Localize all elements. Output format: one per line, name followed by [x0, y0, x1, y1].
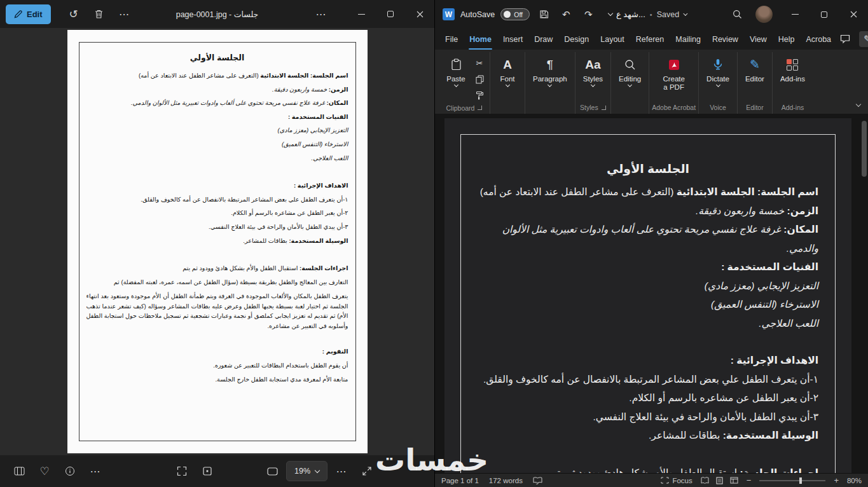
ribbon-group-font: A Font — [490, 52, 525, 114]
pen-mode-button[interactable]: ✎ — [859, 31, 868, 47]
doc-name-chevron-icon — [683, 11, 687, 15]
print-layout-icon[interactable] — [716, 477, 723, 484]
doc-line: متابعة الأم لمعرفة مدي استجابة الطفل خار… — [86, 373, 348, 387]
ribbon-tab-design[interactable]: Design — [558, 29, 595, 50]
paragraph-button[interactable]: ¶ Paragraph — [528, 52, 572, 89]
toolbar-more-icon[interactable]: ⋯ — [84, 460, 107, 483]
document-name: شهد ع... — [616, 10, 645, 19]
doc-line: الفنيات المستخدمة : — [86, 110, 348, 124]
secondary-more-icon[interactable]: ⋯ — [310, 3, 333, 25]
zoom-slider[interactable] — [759, 480, 825, 481]
font-dropdown-icon — [505, 83, 509, 87]
ribbon-tab-acroba[interactable]: Acroba — [800, 29, 837, 50]
scrollbar-thumb[interactable] — [862, 121, 867, 177]
doc-line: الاهداف الإجرائية : — [86, 179, 348, 193]
scan-document-body: اسم الجلسة: الجلسة الابتدائية (التعرف عل… — [86, 69, 348, 386]
font-icon: A — [503, 57, 512, 72]
ribbon: Paste ✂ Clipboard — [435, 50, 868, 114]
editor-button[interactable]: ✎ Editor — [740, 52, 769, 85]
ribbon-tab-insert[interactable]: Insert — [497, 29, 528, 50]
vertical-scrollbar[interactable] — [861, 117, 867, 473]
save-icon[interactable] — [535, 6, 552, 23]
edit-button[interactable]: Edit — [6, 4, 51, 24]
doc-line: التقويم : — [86, 345, 348, 359]
bottombar-more-icon[interactable]: ⋯ — [330, 460, 353, 483]
ribbon-tab-review[interactable]: Review — [706, 29, 744, 50]
favorite-heart-icon[interactable]: ♡ — [33, 460, 56, 483]
paragraph-dropdown-icon — [548, 83, 552, 87]
document-name-cluster[interactable]: شهد ع... • Saved — [616, 10, 687, 19]
ribbon-tab-file[interactable]: File — [439, 29, 464, 50]
screen-snip-icon[interactable] — [261, 460, 284, 483]
filmstrip-icon[interactable] — [8, 460, 31, 483]
view-mode-buttons — [701, 477, 738, 484]
collapse-ribbon-chevron-icon[interactable] — [857, 97, 860, 109]
ribbon-tab-layout[interactable]: Layout — [595, 29, 630, 50]
account-avatar[interactable] — [755, 6, 773, 23]
read-mode-icon[interactable] — [701, 477, 709, 484]
ribbon-tabs: FileHomeInsertDrawDesignLayoutReferenMai… — [439, 29, 837, 50]
ribbon-tab-referen[interactable]: Referen — [630, 29, 670, 50]
more-options-icon[interactable]: ⋯ — [113, 3, 136, 25]
close-button[interactable] — [405, 0, 434, 28]
proofing-status-icon[interactable] — [533, 477, 542, 484]
web-layout-icon[interactable] — [730, 477, 738, 484]
zoom-in-plus[interactable]: + — [834, 476, 839, 484]
minimize-button[interactable] — [347, 0, 376, 28]
word-app-window: W AutoSave Off ↶ ↷ شهد ع... • Saved — [434, 0, 868, 487]
doc-line: يتعرف الطفل بالمكان والألعاب الموجودة في… — [86, 289, 348, 331]
clipboard-dialog-launcher-icon[interactable] — [478, 106, 482, 110]
clipboard-small-buttons: ✂ — [472, 52, 487, 102]
create-pdf-label: Create a PDF — [663, 75, 685, 92]
create-pdf-button[interactable]: Create a PDF — [658, 52, 690, 94]
comments-icon[interactable] — [837, 31, 853, 48]
styles-dialog-launcher-icon[interactable] — [602, 106, 606, 110]
zoom-level-dropdown[interactable]: 19% — [286, 461, 327, 481]
document-page[interactable]: الجلسة الأولي اسم الجلسة: الجلسة الابتدا… — [444, 118, 851, 473]
styles-button[interactable]: Aa Styles — [578, 52, 608, 89]
word-minimize-button[interactable] — [780, 0, 809, 29]
ribbon-tab-draw[interactable]: Draw — [528, 29, 558, 50]
ribbon-tab-view[interactable]: View — [744, 29, 773, 50]
photo-canvas[interactable]: الجلسة الأولي اسم الجلسة: الجلسة الابتدا… — [0, 28, 434, 455]
word-close-button[interactable] — [839, 0, 868, 29]
copy-icon[interactable] — [472, 72, 487, 86]
info-icon[interactable] — [59, 460, 81, 483]
ribbon-group-addins: Add-ins Add-ins — [773, 52, 813, 114]
cut-icon[interactable]: ✂ — [472, 57, 487, 70]
editing-button[interactable]: Editing — [614, 52, 646, 89]
fit-to-window-icon[interactable] — [170, 460, 193, 483]
document-canvas: الجلسة الأولي اسم الجلسة: الجلسة الابتدا… — [435, 114, 868, 473]
zoom-out-minus[interactable]: − — [747, 476, 752, 484]
ribbon-group-adobe-acrobat: Create a PDF Adobe Acrobat — [649, 52, 699, 114]
actual-size-icon[interactable] — [196, 460, 219, 483]
paste-button[interactable]: Paste — [441, 52, 471, 89]
maximize-button[interactable] — [376, 0, 405, 28]
autosave-toggle[interactable]: Off — [500, 8, 530, 20]
fullscreen-icon[interactable] — [355, 460, 378, 483]
delete-icon[interactable] — [88, 3, 111, 25]
ribbon-tab-mailing[interactable]: Mailing — [670, 29, 706, 50]
page-number-status[interactable]: Page 1 of 1 — [441, 477, 479, 484]
addins-button[interactable]: Add-ins — [775, 52, 810, 85]
ribbon-tab-home[interactable]: Home — [464, 29, 497, 50]
search-icon[interactable] — [729, 6, 745, 23]
doc-line: التعزيز الإيجابي (معزز مادي) — [86, 123, 348, 137]
dictate-button[interactable]: Dictate — [701, 52, 734, 89]
clipboard-group-label: Clipboard — [446, 102, 483, 114]
doc-line: اجراءات الجلسة: استقبال الطفل والأم بشكل… — [86, 261, 348, 275]
focus-mode-button[interactable]: Focus — [661, 477, 692, 484]
format-painter-icon[interactable] — [472, 88, 487, 102]
ribbon-tab-help[interactable]: Help — [773, 29, 801, 50]
doc-line: الوسيلة المستخدمة: بطاقات للمشاعر. — [478, 426, 818, 445]
word-app-icon: W — [443, 8, 455, 20]
zoom-percentage[interactable]: 80% — [847, 477, 862, 484]
undo-icon[interactable]: ↶ — [558, 6, 574, 23]
redo-icon[interactable]: ↷ — [580, 6, 596, 23]
font-button[interactable]: A Font — [493, 52, 522, 89]
zoom-slider-thumb[interactable] — [799, 477, 802, 484]
autosave-state: Off — [514, 11, 523, 18]
rotate-icon[interactable]: ↺ — [62, 3, 85, 25]
word-count-status[interactable]: 172 words — [489, 477, 523, 484]
word-maximize-button[interactable] — [809, 0, 839, 29]
